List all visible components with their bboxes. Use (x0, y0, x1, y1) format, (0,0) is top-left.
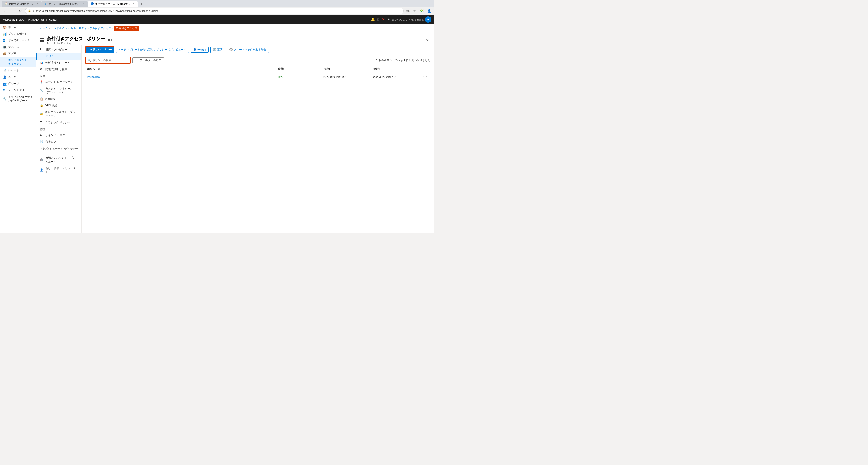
tab-active[interactable]: 🔵 条件付きアクセス - Microsoft En... ✕ (88, 1, 138, 7)
sidebar-item-dashboard[interactable]: 📊 ダッシュボード (0, 31, 36, 37)
sidebar-item-apps[interactable]: 📦 アプリ (0, 50, 36, 57)
help-icon[interactable]: ❓ (381, 18, 385, 21)
troubleshoot-icon: 🔧 (3, 97, 6, 101)
sub-sidebar-item-named-locations[interactable]: 📍 ネームド ロケーション (36, 79, 81, 85)
col-actions (421, 65, 430, 73)
search-icon: 🔍 (88, 59, 91, 62)
sidebar-item-users-label: ユーザー (8, 75, 19, 79)
whatif-label: What If (197, 48, 206, 52)
tab-active-close[interactable]: ✕ (132, 2, 135, 5)
extensions-icon[interactable]: 🧩 (418, 8, 425, 14)
monitor-section-header: 監視 (36, 126, 81, 132)
feedback-button[interactable]: 💬 フィードバックがある場合 (227, 47, 269, 53)
new-support-label: 新しいサポート リクエスト (45, 166, 78, 174)
users-icon: 👤 (3, 75, 6, 79)
back-button[interactable]: ← (2, 8, 8, 14)
browser-toolbar-right: ☆ 🧩 👤 (411, 8, 432, 14)
breadcrumb-endpoint[interactable]: エンドポイント セキュリティ (51, 27, 87, 30)
breadcrumb-sep3: › (112, 27, 113, 30)
policies-sidebar-icon: ☰ (40, 55, 44, 58)
search-box[interactable]: 🔍 (85, 57, 130, 64)
sub-sidebar-item-diagnose[interactable]: ⚙ 問題の診断と解決 (36, 66, 81, 73)
search-input[interactable] (92, 59, 128, 62)
settings-icon[interactable]: ⚙ (377, 18, 380, 21)
forward-button[interactable]: → (9, 8, 16, 14)
sub-sidebar-item-policies[interactable]: ☰ ポリシー (36, 53, 81, 60)
browser-tabs: 🏠 Microsoft Office ホーム ✕ ⚙ ホーム - Microso… (0, 0, 434, 7)
policy-name-link[interactable]: Intune準拠 (87, 75, 100, 78)
analytics-label: 分析情報とレポート (45, 61, 70, 65)
tab-office[interactable]: 🏠 Microsoft Office ホーム ✕ (2, 1, 42, 7)
sidebar-item-reports-label: レポート (8, 69, 19, 72)
sub-sidebar-item-analytics[interactable]: 📊 分析情報とレポート (36, 60, 81, 66)
whatif-button[interactable]: 👤 What If (191, 47, 209, 53)
address-bar[interactable]: 🔒 ⊛ https://endpoint.microsoft.com/?ref=… (25, 8, 404, 14)
refresh-button-toolbar[interactable]: 🔄 更新 (210, 47, 225, 53)
flag-icon[interactable]: ⚑ (387, 18, 390, 21)
address-text: https://endpoint.microsoft.com/?ref=Admi… (36, 9, 158, 12)
new-policy-label: + 新しいポリシー (90, 48, 112, 52)
favorites-icon[interactable]: ☆ (411, 8, 418, 14)
diagnose-label: 問題の診断と解決 (45, 67, 67, 71)
col-status[interactable]: 状態 ↑↓ (276, 65, 321, 73)
sidebar-item-groups[interactable]: 👥 グループ (0, 80, 36, 87)
tab-office-close[interactable]: ✕ (36, 2, 39, 5)
col-name-label: ポリシー名 (87, 67, 101, 71)
more-button[interactable]: ••• (107, 38, 112, 42)
sidebar-item-home[interactable]: 🏠 ホーム (0, 24, 36, 31)
tab-active-label: 条件付きアクセス - Microsoft En... (95, 2, 130, 6)
app-header-icons: 🔔 ⚙ ❓ ⚑ まどデジアカウントによる管理 A (371, 16, 431, 23)
sub-sidebar-item-overview[interactable]: ℹ 概要（プレビュー） (36, 46, 81, 53)
col-name[interactable]: ポリシー名 ↑↓ (85, 65, 276, 73)
breadcrumb-home[interactable]: ホーム (40, 27, 48, 30)
app-header: Microsoft Endpoint Manager admin center … (0, 15, 434, 24)
notification-icon[interactable]: 🔔 (371, 18, 375, 21)
feedback-icon: 💬 (229, 48, 233, 52)
row-actions-button[interactable]: ••• (423, 75, 427, 79)
user-avatar[interactable]: A (425, 16, 431, 23)
sidebar-item-users[interactable]: 👤 ユーザー (0, 74, 36, 80)
col-created[interactable]: 作成日 ↑↓ (321, 65, 371, 73)
sidebar-item-tenant-admin[interactable]: ⚙ テナント管理 (0, 87, 36, 94)
policies-label: ポリシー (46, 54, 57, 58)
col-updated[interactable]: 更新日 ↑↓ (371, 65, 421, 73)
list-icon: ☰ (40, 38, 44, 43)
col-status-label: 状態 (278, 67, 283, 71)
sidebar-item-devices[interactable]: 💻 デバイス (0, 44, 36, 50)
sidebar-item-endpoint-security[interactable]: 🛡 エンドポイント セキュリティ (0, 57, 36, 67)
named-locations-icon: 📍 (40, 80, 43, 84)
table-container: ポリシー名 ↑↓ 状態 ↑↓ 作成日 ↑↓ (82, 65, 434, 232)
refresh-button[interactable]: ↻ (17, 8, 24, 14)
close-button[interactable]: ✕ (424, 37, 430, 43)
audit-log-icon: 📑 (40, 140, 43, 144)
sub-sidebar-item-terms[interactable]: 📋 利用規約 (36, 96, 81, 102)
sub-sidebar-item-audit-log[interactable]: 📑 監査ログ (36, 138, 81, 145)
sub-sidebar-item-signin-log[interactable]: ▶ サインイン ログ (36, 132, 81, 138)
sub-sidebar-item-custom-controls[interactable]: 🔧 カスタム コントロール（プレビュー） (36, 85, 81, 96)
sub-sidebar-item-new-support[interactable]: 👤 新しいサポート リクエスト (36, 165, 81, 175)
sidebar-item-devices-label: デバイス (8, 45, 19, 49)
sub-sidebar-item-classic[interactable]: ☰ クラシック ポリシー (36, 119, 81, 126)
tab-m365-close[interactable]: ✕ (82, 2, 85, 5)
template-policy-button[interactable]: + + テンプレートからの新しいポリシー（プレビュー） (116, 47, 189, 53)
tab-m365[interactable]: ⚙ ホーム - Microsoft 365 管理センター ✕ (42, 1, 88, 7)
sidebar-item-reports[interactable]: 📄 レポート (0, 67, 36, 74)
dashboard-icon: 📊 (3, 32, 6, 36)
sidebar-item-all-services[interactable]: ☰ すべてのサービス (0, 37, 36, 44)
filter-button[interactable]: + + フィルターの追加 (132, 57, 164, 63)
new-tab-button[interactable]: + (139, 1, 144, 7)
whatif-icon: 👤 (193, 48, 196, 52)
breadcrumb-ca[interactable]: 条件付きアクセス (90, 27, 111, 30)
audit-log-label: 監査ログ (45, 140, 56, 144)
sidebar-item-troubleshoot[interactable]: 🔧 トラブルシューティング + サポート (0, 94, 36, 104)
sub-sidebar-item-virtual-assistant[interactable]: 🤖 仮想アシスタント（プレビュー） (36, 155, 81, 165)
tab-m365-label: ホーム - Microsoft 365 管理センター (49, 2, 81, 6)
sub-sidebar-item-auth-context[interactable]: 🔐 認証コンテキスト（プレビュー） (36, 109, 81, 119)
new-policy-button[interactable]: + + 新しいポリシー (85, 46, 115, 53)
profile-icon[interactable]: 👤 (426, 8, 432, 14)
sidebar-item-home-label: ホーム (8, 25, 16, 29)
sub-sidebar-item-vpn[interactable]: 🔒 VPN 接続 (36, 102, 81, 109)
groups-icon: 👥 (3, 82, 6, 86)
zoom-level: 90% (405, 9, 410, 12)
col-name-sort: ↑↓ (101, 68, 103, 70)
